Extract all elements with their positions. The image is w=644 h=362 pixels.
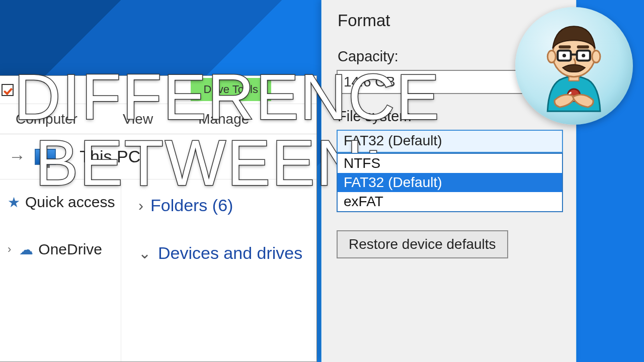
filesystem-combo-wrap: FAT32 (Default) NTFS FAT32 (Default) exF… — [337, 130, 563, 153]
ribbon-tab-manage[interactable]: Manage — [198, 111, 249, 127]
svg-rect-10 — [559, 46, 571, 49]
restore-defaults-button[interactable]: Restore device defaults — [337, 230, 508, 258]
filesystem-selected: FAT32 (Default) — [344, 133, 442, 148]
filesystem-dropdown: NTFS FAT32 (Default) exFAT — [337, 153, 563, 212]
explorer-nav-pane: ★ Quick access › ☁ OneDrive — [0, 179, 121, 361]
breadcrumb-path[interactable]: This PC — [79, 147, 140, 166]
group-folders[interactable]: › Folders (6) — [138, 196, 311, 215]
svg-point-3 — [548, 51, 556, 63]
explorer-content: › Folders (6) ⌄ Devices and drives — [121, 179, 316, 361]
ribbon-tab-computer[interactable]: Computer — [16, 111, 77, 127]
drive-tools-banner[interactable]: Drive Tools — [191, 78, 271, 101]
breadcrumb-chevron-icon: › — [65, 147, 70, 166]
nav-quick-access-label: Quick access — [25, 194, 115, 211]
group-devices[interactable]: ⌄ Devices and drives — [138, 243, 311, 263]
chevron-right-icon: › — [8, 243, 11, 256]
channel-avatar — [515, 7, 633, 125]
explorer-address-bar[interactable]: → › This PC — [0, 134, 316, 179]
chevron-right-icon: › — [138, 197, 143, 214]
avatar-illustration — [523, 15, 624, 116]
fs-option-exfat[interactable]: exFAT — [338, 192, 562, 211]
svg-rect-11 — [577, 46, 589, 49]
nav-onedrive-label: OneDrive — [38, 241, 102, 258]
svg-point-4 — [592, 51, 600, 63]
nav-quick-access[interactable]: ★ Quick access — [8, 194, 116, 211]
filesystem-combo[interactable]: FAT32 (Default) — [337, 130, 563, 153]
ribbon-tab-view[interactable]: View — [123, 111, 153, 127]
fs-option-ntfs[interactable]: NTFS — [338, 154, 562, 173]
explorer-ribbon: Computer View Manage — [0, 104, 316, 134]
checkbox-icon — [2, 84, 14, 96]
cloud-icon: ☁ — [19, 241, 33, 258]
back-icon[interactable]: → — [9, 147, 26, 166]
fs-option-fat32[interactable]: FAT32 (Default) — [338, 173, 562, 192]
explorer-titlebar: Drive Tools — [0, 76, 316, 104]
svg-point-8 — [562, 54, 566, 57]
star-icon: ★ — [8, 194, 20, 211]
chevron-down-icon: ⌄ — [138, 244, 151, 262]
this-pc-icon — [35, 149, 56, 165]
nav-onedrive[interactable]: › ☁ OneDrive — [8, 241, 116, 258]
group-folders-label: Folders (6) — [150, 196, 233, 215]
file-explorer-window: Drive Tools Computer View Manage → › Thi… — [0, 75, 317, 362]
group-devices-label: Devices and drives — [158, 243, 302, 263]
capacity-value: 14.6 GB — [344, 74, 395, 89]
svg-point-9 — [582, 54, 586, 57]
